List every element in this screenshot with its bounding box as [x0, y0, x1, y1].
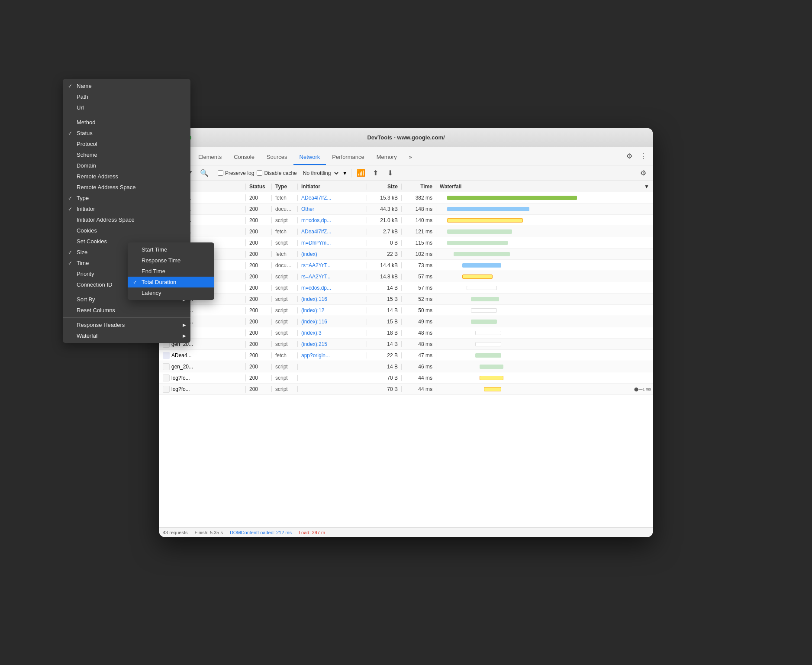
table-row[interactable]: search... 200 script m=cdos,dp... 21.0 k… [159, 215, 653, 226]
table-row[interactable]: client_... 200 script (index):3 18 B 48 … [159, 327, 653, 339]
disable-cache-text: Disable cache [264, 170, 296, 176]
menu-item-initiator-address-space[interactable]: Initiator Address Space [159, 214, 190, 225]
row-size: 70 B [367, 375, 402, 381]
row-waterfall [436, 361, 653, 372]
waterfall-dropdown-icon[interactable]: ▼ [644, 184, 649, 190]
row-waterfall [436, 203, 653, 214]
menu-item-reset-columns[interactable]: Reset Columns [159, 305, 190, 316]
table-row[interactable]: ADea4... 200 fetch (index) 22 B 102 ms [159, 249, 653, 260]
menu-item-protocol[interactable]: Protocol [159, 139, 190, 149]
row-status: 200 [246, 307, 272, 313]
table-row[interactable]: gen_20... 200 script (index):215 14 B 48… [159, 339, 653, 350]
row-initiator: m=cdos,dp... [298, 285, 367, 291]
throttle-select[interactable]: No throttling [300, 169, 340, 178]
row-initiator: (index):116 [298, 319, 367, 325]
settings-button[interactable]: ⚙ [623, 150, 635, 162]
separator-2 [351, 169, 351, 178]
tab-performance[interactable]: Performance [326, 149, 370, 165]
search-button[interactable]: 🔍 [198, 167, 210, 179]
table-row[interactable]: get?rt=... 200 script rs=AA2YrT... 14.8 … [159, 271, 653, 282]
menu-item-remote-address[interactable]: Remote Address [159, 171, 190, 182]
row-type: fetch [272, 229, 298, 235]
row-time: 148 ms [402, 206, 436, 212]
row-icon [163, 374, 170, 381]
row-time: 50 ms [402, 307, 436, 313]
table-row[interactable]: gen_20... 200 script (index):12 14 B 50 … [159, 305, 653, 316]
waterfall-submenu-item-start-time[interactable]: Start Time [159, 244, 214, 255]
table-row[interactable]: AAWU... 200 fetch ADea4l7lfZ... 2.7 kB 1… [159, 226, 653, 237]
more-options-button[interactable]: ⋮ [637, 150, 649, 162]
menu-item-initiator[interactable]: Initiator [159, 203, 190, 214]
menu-item-status[interactable]: Status [159, 128, 190, 139]
window-title: DevTools - www.google.com/ [367, 134, 445, 141]
header-waterfall: Waterfall ▼ [436, 184, 653, 190]
row-initiator: app?origin... [298, 352, 367, 358]
table-row[interactable]: gen_20... 200 script m=cdos,dp... 14 B 5… [159, 282, 653, 294]
row-time: 44 ms [402, 386, 436, 392]
row-size: 22 B [367, 352, 402, 358]
tab-sources[interactable]: Sources [261, 149, 293, 165]
waterfall-submenu-item-total-duration[interactable]: Total Duration [159, 277, 214, 287]
disable-cache-checkbox[interactable] [257, 170, 262, 176]
row-type: script [272, 319, 298, 325]
table-row[interactable]: log?fo... 200 script 70 B 44 ms [159, 372, 653, 384]
waterfall-submenu: Start TimeResponse TimeEnd TimeTotal Dur… [159, 242, 214, 300]
row-type: script [272, 307, 298, 313]
table-row[interactable]: AAWU... 200 fetch ADea4l7lfZ... 15.3 kB … [159, 192, 653, 203]
table-row[interactable]: gen_20... 200 script (index):116 15 B 49… [159, 316, 653, 327]
menu-item-waterfall[interactable]: Waterfall [159, 330, 190, 341]
row-time: 102 ms [402, 251, 436, 257]
menu-item-scheme[interactable]: Scheme [159, 149, 190, 160]
row-waterfall [436, 249, 653, 259]
disable-cache-label[interactable]: Disable cache [257, 170, 296, 176]
menu-item-domain[interactable]: Domain [159, 160, 190, 171]
table-row[interactable]: ADea4... 200 fetch app?origin... 22 B 47… [159, 350, 653, 361]
row-size: 22 B [367, 251, 402, 257]
header-size: Size [367, 184, 402, 190]
row-time: 47 ms [402, 352, 436, 358]
download-button[interactable]: ⬇ [384, 167, 396, 179]
table-row[interactable]: ui 200 script m=DhPYm... 0 B 115 ms [159, 237, 653, 249]
devtools-body: ⬚ ⬛ Elements Console Sources Network Per… [159, 147, 653, 537]
preserve-log-text: Preserve log [225, 170, 254, 176]
row-size: 15 B [367, 319, 402, 325]
tab-memory[interactable]: Memory [371, 149, 403, 165]
table-row[interactable]: gen_20... 200 script 14 B 46 ms [159, 361, 653, 372]
row-time: 73 ms [402, 262, 436, 268]
tab-network[interactable]: Network [293, 149, 326, 165]
menu-item-type[interactable]: Type [159, 193, 190, 203]
row-waterfall [436, 260, 653, 271]
tab-more[interactable]: » [403, 149, 418, 165]
header-initiator: Initiator [298, 184, 367, 190]
row-waterfall [436, 350, 653, 361]
wifi-settings-button[interactable]: 📶 [355, 167, 367, 179]
row-status: 200 [246, 206, 272, 212]
row-size: 15.3 kB [367, 195, 402, 201]
table-row[interactable]: app?o... 200 document rs=AA2YrT... 14.4 … [159, 260, 653, 271]
row-icon [163, 363, 170, 370]
row-waterfall [436, 294, 653, 304]
menu-item-response-headers[interactable]: Response Headers [159, 320, 190, 330]
preserve-log-label[interactable]: Preserve log [218, 170, 254, 176]
row-initiator: (index) [298, 251, 367, 257]
network-settings-button[interactable]: ⚙ [637, 167, 649, 179]
waterfall-submenu-item-end-time[interactable]: End Time [159, 266, 214, 277]
row-size: 14 B [367, 307, 402, 313]
table-row[interactable]: www.g... 200 document Other 44.3 kB 148 … [159, 203, 653, 215]
waterfall-submenu-item-latency[interactable]: Latency [159, 287, 214, 298]
row-time: 49 ms [402, 319, 436, 325]
table-row[interactable]: log?fo... 200 script 70 B 44 ms ⬤—1 ms [159, 384, 653, 395]
tab-elements[interactable]: Elements [192, 149, 228, 165]
row-initiator: (index):3 [298, 330, 367, 336]
tab-console[interactable]: Console [228, 149, 261, 165]
row-time: 48 ms [402, 341, 436, 347]
row-type: script [272, 375, 298, 381]
preserve-log-checkbox[interactable] [218, 170, 223, 176]
waterfall-submenu-item-response-time[interactable]: Response Time [159, 255, 214, 266]
upload-button[interactable]: ⬆ [370, 167, 382, 179]
menu-item-cookies[interactable]: Cookies [159, 225, 190, 236]
menu-item-remote-address-space[interactable]: Remote Address Space [159, 182, 190, 193]
table-row[interactable]: gen_20... 200 script (index):116 15 B 52… [159, 294, 653, 305]
row-type: script [272, 285, 298, 291]
row-waterfall [436, 305, 653, 316]
